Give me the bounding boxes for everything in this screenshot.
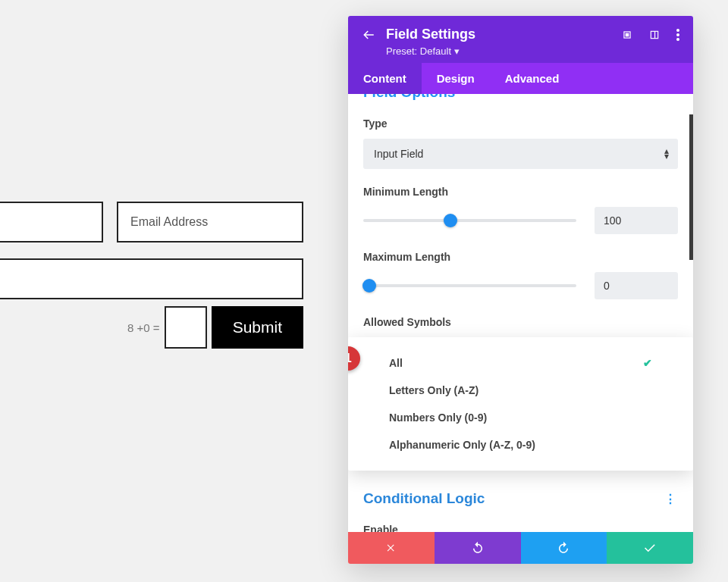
panel-header: Field Settings Preset: Default ▾	[348, 16, 693, 63]
captcha-label: 8 +0 =	[127, 321, 160, 334]
option-letters-only[interactable]: Letters Only (A-Z)	[348, 377, 693, 404]
redo-icon	[557, 541, 570, 555]
name-field[interactable]	[0, 202, 103, 242]
check-icon: ✔	[643, 357, 652, 369]
email-field[interactable]	[117, 202, 303, 242]
message-field[interactable]	[0, 258, 303, 299]
svg-point-4	[676, 29, 679, 32]
submit-button[interactable]: Submit	[212, 306, 303, 349]
tab-design[interactable]: Design	[422, 63, 490, 94]
svg-rect-1	[626, 33, 629, 36]
label-type: Type	[363, 117, 678, 130]
chevron-down-icon: ▾	[454, 45, 460, 57]
panel-tabs: Content Design Advanced	[348, 63, 693, 94]
form-preview: 8 +0 = Submit	[0, 0, 349, 582]
svg-point-6	[676, 38, 679, 41]
more-vert-icon[interactable]: ⋮	[664, 492, 678, 506]
field-settings-panel: Field Settings Preset: Default ▾ Content…	[348, 16, 693, 564]
cancel-button[interactable]	[348, 532, 435, 564]
max-length-slider[interactable]	[363, 284, 576, 287]
scrollbar[interactable]	[689, 114, 693, 260]
svg-point-5	[676, 33, 679, 36]
min-length-value[interactable]: 100	[595, 207, 678, 234]
confirm-button[interactable]	[607, 532, 693, 564]
min-length-slider[interactable]	[363, 219, 576, 222]
expand-icon[interactable]	[622, 30, 632, 40]
layout-icon[interactable]	[649, 30, 660, 40]
label-min-length: Minimum Length	[363, 186, 678, 198]
allowed-symbols-dropdown: 1 All ✔ Letters Only (A-Z) Numbers Only …	[348, 337, 693, 471]
option-numbers-only[interactable]: Numbers Only (0-9)	[348, 404, 693, 431]
panel-title: Field Settings	[386, 27, 475, 42]
label-max-length: Maximum Length	[363, 251, 678, 263]
tab-content[interactable]: Content	[348, 63, 422, 94]
option-all[interactable]: All ✔	[348, 349, 693, 377]
slider-thumb[interactable]	[444, 214, 457, 227]
redo-button[interactable]	[521, 532, 607, 564]
panel-footer	[348, 532, 693, 564]
undo-icon	[471, 541, 485, 555]
slider-thumb[interactable]	[362, 279, 376, 293]
tab-advanced[interactable]: Advanced	[490, 63, 575, 94]
select-caret-icon: ▴▾	[664, 149, 669, 159]
label-enable: Enable	[363, 524, 678, 532]
max-length-value[interactable]: 0	[595, 272, 678, 299]
type-select[interactable]: Input Field ▴▾	[363, 139, 678, 169]
back-icon[interactable]	[362, 28, 375, 42]
preset-selector[interactable]: Preset: Default ▾	[386, 45, 679, 57]
close-icon	[386, 543, 397, 553]
panel-body: Field Options Type Input Field ▴▾ Minimu…	[348, 94, 693, 532]
check-icon	[643, 541, 657, 555]
type-select-value: Input Field	[374, 148, 423, 160]
label-allowed-symbols: Allowed Symbols	[363, 316, 678, 328]
section-field-options[interactable]: Field Options	[363, 94, 678, 101]
undo-button[interactable]	[435, 532, 521, 564]
option-alphanumeric-only[interactable]: Alphanumeric Only (A-Z, 0-9)	[348, 431, 693, 458]
section-conditional-logic[interactable]: Conditional Logic ⋮	[363, 490, 678, 507]
captcha-input[interactable]	[165, 306, 207, 349]
more-vert-icon[interactable]	[676, 29, 679, 41]
